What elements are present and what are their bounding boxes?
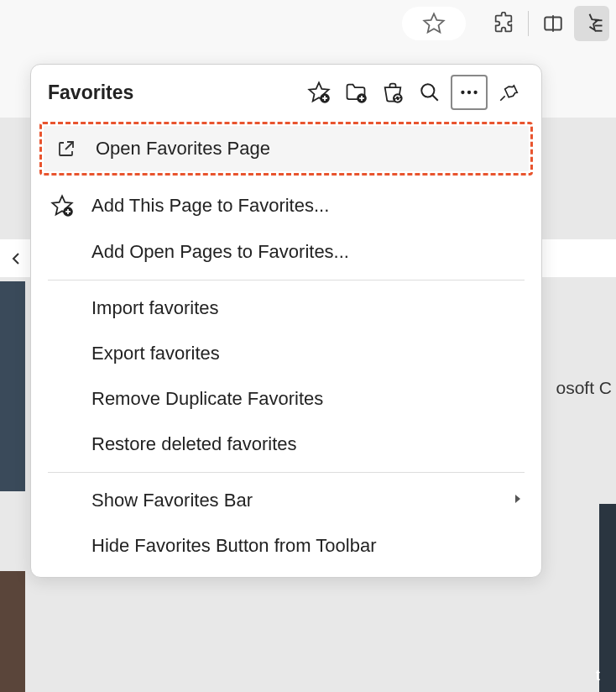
show-favorites-bar-item[interactable]: Show Favorites Bar	[31, 478, 541, 523]
toolbar-divider	[528, 11, 529, 36]
address-bar-star-wrap	[402, 7, 466, 40]
sync-favorites-icon[interactable]	[377, 76, 409, 108]
remove-duplicates-item[interactable]: Remove Duplicate Favorites	[31, 376, 541, 422]
svg-point-14	[461, 91, 464, 94]
star-add-icon	[50, 194, 75, 218]
submenu-arrow-icon	[513, 493, 523, 508]
hide-favorites-button-item[interactable]: Hide Favorites Button from Toolbar	[31, 523, 541, 569]
star-icon[interactable]	[416, 6, 452, 41]
svg-point-12	[421, 84, 434, 97]
restore-deleted-item[interactable]: Restore deleted favorites	[31, 422, 541, 467]
search-favorites-icon[interactable]	[414, 76, 446, 108]
bg-content-tile	[0, 281, 25, 491]
svg-point-16	[473, 91, 477, 94]
back-chevron-icon	[10, 252, 22, 269]
open-external-icon	[54, 139, 79, 159]
add-this-page-item[interactable]: Add This Page to Favorites...	[31, 182, 541, 229]
add-open-pages-item[interactable]: Add Open Pages to Favorites...	[31, 229, 541, 275]
favorites-toolbar-icon[interactable]	[574, 6, 609, 41]
menu-separator	[48, 280, 525, 280]
pin-panel-icon[interactable]	[493, 76, 525, 108]
add-favorite-icon[interactable]	[303, 76, 335, 108]
browser-toolbar	[0, 0, 616, 46]
svg-point-11	[393, 93, 403, 103]
open-favorites-page-highlight: Open Favorites Page	[39, 122, 533, 176]
bg-text: osoft C	[556, 378, 612, 398]
menu-item-label: Add This Page to Favorites...	[91, 195, 528, 217]
menu-item-label: Show Favorites Bar	[91, 490, 496, 511]
menu-item-label: Remove Duplicate Favorites	[91, 388, 528, 410]
menu-item-label: Import favorites	[91, 297, 528, 319]
menu-item-label: Open Favorites Page	[96, 138, 515, 160]
svg-point-15	[467, 91, 471, 94]
menu-item-label: Export favorites	[91, 343, 528, 364]
menu-item-label: Restore deleted favorites	[91, 433, 528, 455]
split-screen-icon[interactable]	[535, 6, 571, 41]
extensions-icon[interactable]	[486, 6, 521, 41]
menu-separator	[48, 472, 525, 473]
favorites-panel-title: Favorites	[48, 81, 298, 104]
menu-item-label: Add Open Pages to Favorites...	[91, 241, 528, 263]
bg-text: t Cr ng	[596, 663, 613, 692]
bg-content-tile	[0, 571, 25, 692]
svg-line-18	[65, 142, 73, 149]
favorites-panel-header: Favorites	[31, 65, 541, 120]
favorites-panel: Favorites	[30, 64, 542, 578]
svg-line-13	[432, 95, 438, 101]
export-favorites-item[interactable]: Export favorites	[31, 331, 541, 376]
svg-line-17	[500, 96, 504, 100]
open-favorites-page-item[interactable]: Open Favorites Page	[44, 126, 529, 171]
more-options-icon[interactable]	[451, 75, 488, 110]
add-folder-icon[interactable]	[340, 76, 372, 108]
import-favorites-item[interactable]: Import favorites	[31, 286, 541, 331]
menu-item-label: Hide Favorites Button from Toolbar	[91, 535, 528, 557]
